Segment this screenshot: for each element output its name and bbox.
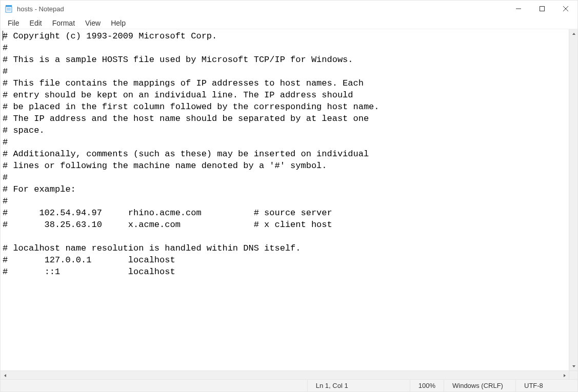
svg-marker-10 bbox=[564, 374, 566, 377]
svg-marker-9 bbox=[4, 374, 6, 377]
status-line-ending: Windows (CRLF) bbox=[444, 380, 516, 391]
svg-rect-5 bbox=[516, 9, 521, 9]
window-title: hosts - Notepad bbox=[17, 5, 64, 13]
menubar: File Edit Format View Help bbox=[1, 17, 577, 29]
menu-help[interactable]: Help bbox=[106, 18, 131, 28]
text-caret bbox=[3, 31, 3, 40]
menu-format[interactable]: Format bbox=[47, 18, 80, 28]
window-controls bbox=[507, 1, 577, 17]
close-button[interactable] bbox=[554, 1, 577, 17]
minimize-button[interactable] bbox=[507, 1, 530, 17]
statusbar: Ln 1, Col 1 100% Windows (CRLF) UTF-8 bbox=[1, 379, 577, 391]
svg-marker-7 bbox=[572, 33, 575, 35]
menu-edit[interactable]: Edit bbox=[25, 18, 47, 28]
status-spacer bbox=[1, 380, 308, 391]
maximize-button[interactable] bbox=[530, 1, 554, 17]
scroll-left-button[interactable] bbox=[1, 371, 9, 380]
svg-marker-8 bbox=[572, 365, 575, 367]
horizontal-scrollbar[interactable] bbox=[1, 370, 569, 379]
scroll-up-button[interactable] bbox=[569, 29, 578, 38]
status-zoom: 100% bbox=[410, 380, 444, 391]
menu-view[interactable]: View bbox=[80, 18, 106, 28]
scroll-right-button[interactable] bbox=[560, 371, 569, 380]
titlebar-left: hosts - Notepad bbox=[5, 5, 64, 13]
svg-rect-6 bbox=[540, 7, 545, 11]
menu-file[interactable]: File bbox=[3, 18, 25, 28]
notepad-icon bbox=[5, 5, 13, 13]
status-encoding: UTF-8 bbox=[516, 380, 577, 391]
content-area: # Copyright (c) 1993-2009 Microsoft Corp… bbox=[1, 29, 577, 379]
editor-content: # Copyright (c) 1993-2009 Microsoft Corp… bbox=[1, 29, 569, 279]
scrollbar-corner bbox=[569, 370, 577, 379]
titlebar: hosts - Notepad bbox=[1, 1, 577, 17]
text-editor[interactable]: # Copyright (c) 1993-2009 Microsoft Corp… bbox=[1, 29, 569, 370]
status-position: Ln 1, Col 1 bbox=[308, 380, 410, 391]
scroll-down-button[interactable] bbox=[569, 362, 578, 370]
vertical-scrollbar[interactable] bbox=[569, 29, 577, 370]
notepad-window: hosts - Notepad File Edit Format View He… bbox=[0, 0, 578, 392]
